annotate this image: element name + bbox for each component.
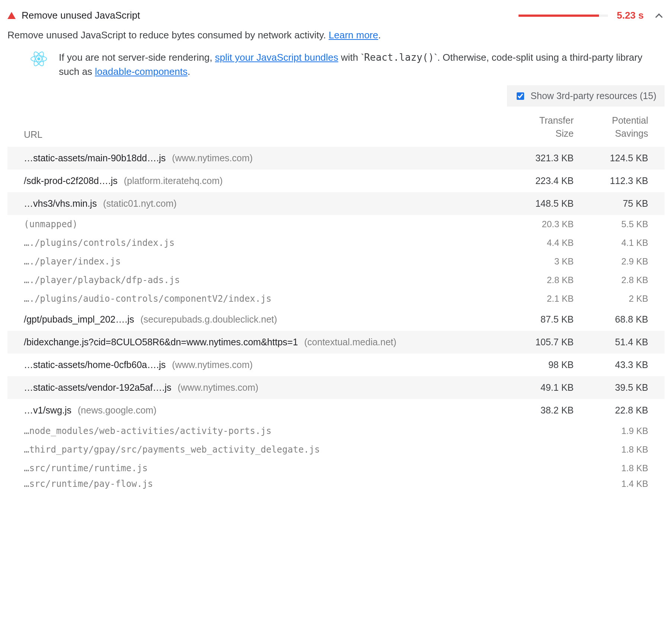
row-size: 87.5 KB: [499, 314, 574, 325]
row-size: 98 KB: [499, 359, 574, 370]
table-row[interactable]: …static-assets/vendor-192a5af….js (www.n…: [7, 376, 665, 399]
row-url: /gpt/pubads_impl_202….js (securepubads.g…: [24, 314, 499, 325]
table-subrow: (unmapped)20.3 KB5.5 KB: [7, 215, 665, 234]
table-subrow: …node_modules/web-activities/activity-po…: [7, 422, 665, 440]
subrow-savings: 2.9 KB: [574, 256, 648, 267]
table-row[interactable]: …vhs3/vhs.min.js (static01.nyt.com)148.5…: [7, 192, 665, 215]
row-size: 321.3 KB: [499, 153, 574, 164]
subrow-size: 2.8 KB: [499, 275, 574, 285]
subrow-path: …./plugins/controls/index.js: [24, 238, 499, 248]
col-potential-savings: PotentialSavings: [574, 114, 648, 140]
subrow-savings: 4.1 KB: [574, 238, 648, 248]
audit-title: Remove unused JavaScript: [22, 10, 513, 21]
row-url: …static-assets/home-0cfb60a….js (www.nyt…: [24, 359, 499, 370]
table-header: URL TransferSize PotentialSavings: [7, 110, 665, 147]
load-bar: [519, 15, 608, 17]
table-row[interactable]: /sdk-prod-c2f208d….js (platform.iterateh…: [7, 169, 665, 192]
row-savings: 43.3 KB: [574, 359, 648, 370]
subrow-size: 20.3 KB: [499, 219, 574, 229]
row-savings: 39.5 KB: [574, 382, 648, 393]
subrow-size: 4.4 KB: [499, 238, 574, 248]
table-row[interactable]: /gpt/pubads_impl_202….js (securepubads.g…: [7, 308, 665, 331]
row-size: 105.7 KB: [499, 337, 574, 348]
row-savings: 124.5 KB: [574, 153, 648, 164]
row-size: 49.1 KB: [499, 382, 574, 393]
row-url: …static-assets/vendor-192a5af….js (www.n…: [24, 382, 499, 393]
row-savings: 22.8 KB: [574, 405, 648, 416]
subrow-savings: 1.8 KB: [574, 463, 648, 473]
subrow-size: 2.1 KB: [499, 294, 574, 304]
row-savings: 68.8 KB: [574, 314, 648, 325]
chevron-up-icon[interactable]: [655, 13, 663, 21]
loadable-components-link[interactable]: loadable-components: [95, 66, 188, 77]
col-transfer-size: TransferSize: [499, 114, 574, 140]
audit-description: Remove unused JavaScript to reduce bytes…: [7, 29, 665, 41]
row-savings: 112.3 KB: [574, 175, 648, 186]
row-origin: (platform.iteratehq.com): [121, 175, 223, 186]
table-subrow: …src/runtime/runtime.js1.8 KB: [7, 459, 665, 478]
table-subrow: …./player/playback/dfp-ads.js2.8 KB2.8 K…: [7, 271, 665, 289]
col-url: URL: [24, 129, 499, 140]
subrow-savings: 1.9 KB: [574, 426, 648, 436]
table-subrow: …third_party/gpay/src/payments_web_activ…: [7, 440, 665, 459]
audit-header[interactable]: Remove unused JavaScript 5.23 s: [7, 7, 665, 26]
row-url: /bidexchange.js?cid=8CULO58R6&dn=www.nyt…: [24, 337, 499, 348]
row-url: …vhs3/vhs.min.js (static01.nyt.com): [24, 198, 499, 209]
react-icon: [31, 51, 47, 67]
row-origin: (news.google.com): [75, 405, 156, 415]
subrow-path: …src/runtime/runtime.js: [24, 463, 499, 473]
tip-text: If you are not server-side rendering, sp…: [59, 51, 665, 79]
row-url: /sdk-prod-c2f208d….js (platform.iterateh…: [24, 175, 499, 186]
row-size: 223.4 KB: [499, 175, 574, 186]
subrow-savings: 2.8 KB: [574, 275, 648, 285]
subrow-path: …src/runtime/pay-flow.js: [24, 479, 499, 489]
subrow-path: …./plugins/audio-controls/componentV2/in…: [24, 294, 499, 304]
row-origin: (contextual.media.net): [302, 337, 396, 347]
subrow-savings: 5.5 KB: [574, 219, 648, 229]
warning-triangle-icon: [7, 12, 16, 19]
audit-duration: 5.23 s: [617, 10, 644, 21]
row-url: …static-assets/main-90b18dd….js (www.nyt…: [24, 153, 499, 164]
table-subrow: …./player/index.js3 KB2.9 KB: [7, 252, 665, 271]
row-origin: (www.nytimes.com): [169, 153, 253, 163]
subrow-savings: 1.4 KB: [574, 479, 648, 489]
subrow-path: …./player/playback/dfp-ads.js: [24, 275, 499, 285]
subrow-path: (unmapped): [24, 219, 499, 229]
row-savings: 51.4 KB: [574, 337, 648, 348]
subrow-size: 3 KB: [499, 256, 574, 267]
row-origin: (static01.nyt.com): [101, 198, 177, 209]
row-size: 38.2 KB: [499, 405, 574, 416]
table-subrow: …./plugins/audio-controls/componentV2/in…: [7, 289, 665, 308]
learn-more-link[interactable]: Learn more: [329, 29, 378, 41]
row-origin: (securepubads.g.doubleclick.net): [138, 314, 277, 324]
subrow-path: …third_party/gpay/src/payments_web_activ…: [24, 444, 499, 455]
subrow-savings: 2 KB: [574, 294, 648, 304]
third-party-label: Show 3rd-party resources (15): [530, 91, 656, 101]
split-bundles-link[interactable]: split your JavaScript bundles: [215, 52, 338, 63]
row-origin: (www.nytimes.com): [175, 382, 259, 393]
framework-tip: If you are not server-side rendering, sp…: [7, 51, 665, 85]
subrow-path: …node_modules/web-activities/activity-po…: [24, 426, 499, 436]
row-savings: 75 KB: [574, 198, 648, 209]
table-subrow: …./plugins/controls/index.js4.4 KB4.1 KB: [7, 234, 665, 252]
resources-table: URL TransferSize PotentialSavings …stati…: [7, 110, 665, 490]
third-party-checkbox[interactable]: [517, 92, 524, 100]
row-origin: (www.nytimes.com): [169, 359, 253, 370]
subrow-path: …./player/index.js: [24, 256, 499, 267]
third-party-toggle[interactable]: Show 3rd-party resources (15): [507, 85, 665, 107]
table-row[interactable]: …static-assets/main-90b18dd….js (www.nyt…: [7, 147, 665, 169]
table-row[interactable]: /bidexchange.js?cid=8CULO58R6&dn=www.nyt…: [7, 331, 665, 354]
subrow-savings: 1.8 KB: [574, 444, 648, 455]
row-url: …v1/swg.js (news.google.com): [24, 405, 499, 416]
table-row[interactable]: …v1/swg.js (news.google.com)38.2 KB22.8 …: [7, 399, 665, 422]
svg-point-0: [37, 57, 40, 60]
table-subrow: …src/runtime/pay-flow.js1.4 KB: [7, 478, 665, 490]
table-row[interactable]: …static-assets/home-0cfb60a….js (www.nyt…: [7, 354, 665, 376]
row-size: 148.5 KB: [499, 198, 574, 209]
